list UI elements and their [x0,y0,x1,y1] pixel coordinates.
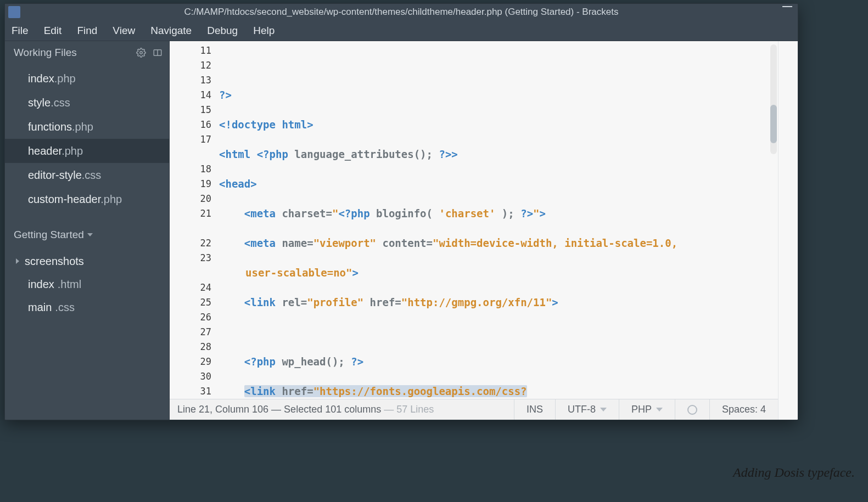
status-spaces[interactable]: Spaces: 4 [709,399,778,420]
vertical-scrollbar[interactable] [770,44,777,154]
menu-file[interactable]: File [12,25,29,37]
status-language[interactable]: PHP [619,399,675,420]
chevron-down-icon [600,408,607,411]
window-title: C:/MAMP/htdocs/second_website/wp-content… [5,7,798,18]
extension-toolbar [778,41,798,420]
window-controls [782,6,792,7]
menu-help[interactable]: Help [253,25,275,37]
working-files-list: index.php style.css functions.php header… [5,64,169,221]
split-view-icon[interactable] [153,48,163,58]
scrollbar-thumb[interactable] [770,105,777,143]
line-gutter: 11 12 13 14 15 16 17 18 19 20 21 22 23 [170,41,219,399]
status-cursor[interactable]: Line 21, Column 106 — Selected 101 colum… [170,404,514,415]
menubar: File Edit Find View Navigate Debug Help [5,20,798,41]
circle-icon [687,405,697,415]
tree-file[interactable]: index.html [5,273,169,296]
file-item[interactable]: index.php [5,66,169,91]
sidebar: Working Files index.php style.css functi… [5,41,170,420]
tree-file[interactable]: main.css [5,296,169,319]
tree-folder[interactable]: screenshots [5,250,169,273]
code-content[interactable]: ?> <!doctype html> <html <?php language_… [219,41,778,399]
menu-edit[interactable]: Edit [44,25,62,37]
file-item-active[interactable]: header.php [5,139,169,163]
file-item[interactable]: style.css [5,91,169,115]
menu-view[interactable]: View [113,25,135,37]
project-label: Getting Started [14,229,84,241]
app-logo-icon [8,6,20,18]
status-encoding[interactable]: UTF-8 [555,399,619,420]
working-files-label: Working Files [14,47,77,59]
minimize-button[interactable] [782,6,792,7]
chevron-down-icon [656,408,663,411]
titlebar[interactable]: C:/MAMP/htdocs/second_website/wp-content… [5,4,798,20]
figure-caption: Adding Dosis typeface. [733,465,855,480]
menu-find[interactable]: Find [77,25,97,37]
svg-point-0 [140,52,143,54]
file-item[interactable]: functions.php [5,115,169,139]
statusbar: Line 21, Column 106 — Selected 101 colum… [170,399,778,420]
working-files-header: Working Files [5,41,169,64]
file-item[interactable]: editor-style.css [5,163,169,187]
gear-icon[interactable] [136,48,146,58]
editor-pane: 11 12 13 14 15 16 17 18 19 20 21 22 23 [170,41,778,420]
code-area[interactable]: 11 12 13 14 15 16 17 18 19 20 21 22 23 [170,41,778,399]
chevron-down-icon [87,233,93,236]
menu-navigate[interactable]: Navigate [150,25,192,37]
menu-debug[interactable]: Debug [207,25,238,37]
project-header[interactable]: Getting Started [5,221,169,245]
project-tree: screenshots index.html main.css [5,245,169,319]
status-lint[interactable] [675,399,709,420]
status-ins[interactable]: INS [514,399,555,420]
main-body: Working Files index.php style.css functi… [5,41,798,420]
file-item[interactable]: custom-header.php [5,187,169,211]
editor-window: C:/MAMP/htdocs/second_website/wp-content… [4,3,798,420]
